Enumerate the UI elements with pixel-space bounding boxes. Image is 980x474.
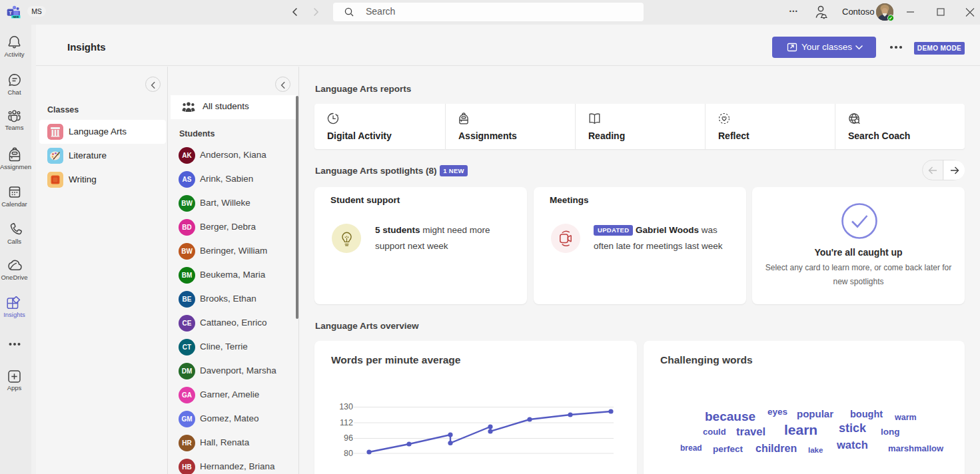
svg-text:112: 112 — [340, 418, 353, 427]
svg-text:80: 80 — [344, 449, 353, 458]
svg-text:NEW: NEW — [13, 16, 19, 19]
svg-text:96: 96 — [344, 433, 353, 443]
svg-text:130: 130 — [339, 402, 353, 411]
svg-text:T: T — [9, 10, 12, 16]
